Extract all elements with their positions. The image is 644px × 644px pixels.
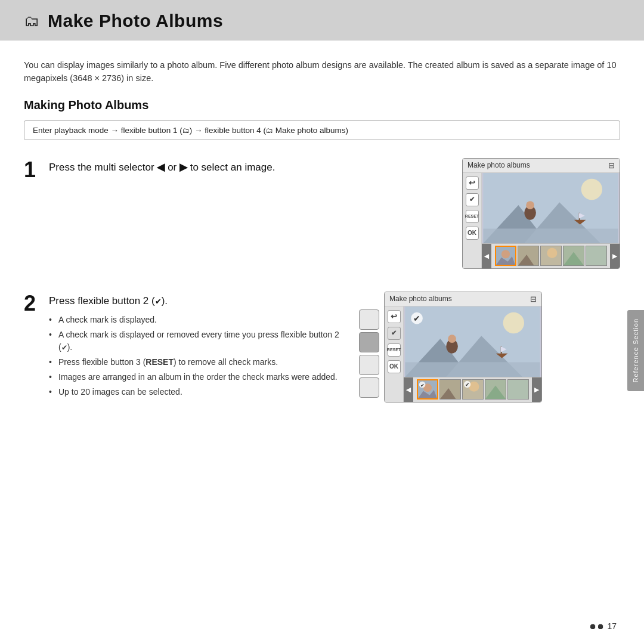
big-image-2: ✔ — [404, 306, 541, 377]
step-2-number: 2 — [24, 293, 49, 314]
screen-body-2: ↩ ✔ RESET OK — [385, 306, 541, 402]
flex-btn-4 — [359, 377, 379, 398]
step-1: 1 Press the multi selector ◀ or ▶ to sel… — [24, 158, 620, 269]
page-title: Make Photo Albums — [48, 11, 223, 31]
camera-screen-2: Make photo albums ⊟ ↩ ✔ RESET OK — [384, 292, 542, 402]
svg-point-1 — [581, 179, 602, 200]
step-2-image: Make photo albums ⊟ ↩ ✔ RESET OK — [359, 292, 542, 402]
page-header: 🗂 Make Photo Albums — [0, 0, 644, 41]
main-display-2: ✔ ◀ — [404, 306, 541, 402]
or-text: or — [168, 162, 177, 173]
breadcrumb-album-label: Make photo albums — [275, 126, 346, 135]
step-1-description: Press the multi selector ◀ or ▶ to selec… — [49, 160, 444, 175]
svg-text:✔: ✔ — [413, 314, 420, 323]
step-1-content: Press the multi selector ◀ or ▶ to selec… — [49, 158, 444, 175]
svg-text:✔: ✔ — [465, 382, 470, 388]
main-display-1: ◀ — [482, 173, 620, 268]
screen-body-1: ↩ ✔ RESET OK — [463, 173, 620, 268]
back-btn-2: ↩ — [388, 310, 401, 323]
screen-top-1: Make photo albums ⊟ — [463, 159, 620, 173]
svg-point-6 — [526, 201, 534, 209]
ok-btn-1: OK — [466, 227, 479, 240]
flex-btn-2 — [359, 332, 379, 352]
header-album-icon: 🗂 — [24, 12, 39, 30]
thumb-4 — [563, 246, 584, 266]
thumb2-5 — [507, 379, 529, 400]
page-number: ⏺⏺ 17 — [589, 621, 617, 631]
screen-icon-1: ⊟ — [608, 161, 615, 170]
main-content: You can display images similarly to a ph… — [0, 41, 644, 419]
svg-point-16 — [547, 248, 557, 258]
svg-rect-4 — [483, 228, 618, 243]
reset-btn-2: RESET — [388, 343, 401, 357]
page-number-value: 17 — [607, 621, 617, 631]
svg-text:✔: ✔ — [420, 383, 425, 388]
landscape-svg-1 — [482, 173, 620, 243]
bullet-1: A check mark is displayed. — [49, 314, 341, 326]
step2-image-area: Make photo albums ⊟ ↩ ✔ RESET OK — [359, 292, 542, 402]
camera-screen-1: Make photo albums ⊟ ↩ ✔ RESET OK — [462, 158, 620, 269]
step-1-image: Make photo albums ⊟ ↩ ✔ RESET OK — [462, 158, 620, 269]
bullet-2: A check mark is displayed or removed eve… — [49, 329, 341, 354]
intro-paragraph: You can display images similarly to a ph… — [24, 58, 620, 85]
flex-btn-1 — [359, 309, 379, 330]
arrow1: → — [111, 126, 119, 135]
flexible-btns-col — [359, 309, 379, 398]
step-1-number: 1 — [24, 159, 49, 181]
check-btn-1: ✔ — [466, 193, 479, 206]
bullet-3: Press flexible button 3 (RESET) to remov… — [49, 356, 341, 369]
svg-rect-24 — [405, 362, 540, 377]
svg-point-40 — [469, 382, 479, 392]
landscape-svg-2: ✔ — [404, 306, 541, 377]
check-btn-2: ✔ — [388, 327, 401, 340]
thumb-3 — [540, 246, 562, 266]
flex-btn-3 — [359, 355, 379, 375]
step-2-bullets: A check mark is displayed. A check mark … — [49, 314, 341, 398]
back-btn-1: ↩ — [466, 177, 479, 190]
page-number-icon: ⏺⏺ — [589, 622, 605, 631]
thumb2-3: ✔ — [462, 379, 484, 400]
sidebar-btns-1: ↩ ✔ RESET OK — [463, 173, 482, 268]
thumb2-4 — [485, 379, 506, 400]
svg-rect-19 — [586, 246, 606, 265]
breadcrumb-box: Enter playback mode → flexible button 1 … — [24, 120, 620, 140]
svg-point-11 — [501, 250, 510, 259]
thumbnails-2: ◀ ✔ — [404, 377, 541, 402]
bullet-5: Up to 20 images can be selected. — [49, 386, 341, 398]
thumb-5 — [586, 246, 607, 266]
thumbnails-1: ◀ — [482, 243, 620, 268]
reference-tab-label: Reference Section — [632, 318, 639, 383]
ok-btn-2: OK — [388, 360, 401, 373]
reset-btn-1: RESET — [466, 210, 479, 223]
thumb-2 — [518, 246, 539, 266]
svg-point-26 — [448, 335, 456, 343]
breadcrumb-text: Enter playback mode → flexible button 1 … — [33, 126, 348, 135]
svg-rect-45 — [508, 380, 528, 399]
steps-area: 1 Press the multi selector ◀ or ▶ to sel… — [24, 158, 620, 419]
screen-title-2: Make photo albums — [389, 295, 452, 303]
screen-icon-2: ⊟ — [530, 295, 537, 304]
step-2-description: Press flexible button 2 (✔). — [49, 294, 341, 309]
thumb2-2 — [439, 379, 461, 400]
big-image-1 — [482, 173, 620, 243]
bullet-4: Images are arranged in an album in the o… — [49, 371, 341, 383]
sidebar-btns-2: ↩ ✔ RESET OK — [385, 306, 404, 402]
step-2-content: Press flexible button 2 (✔). A check mar… — [49, 292, 341, 401]
svg-point-21 — [503, 312, 524, 333]
step-2: 2 Press flexible button 2 (✔). A check m… — [24, 292, 620, 402]
reference-tab: Reference Section — [627, 310, 644, 391]
thumb2-1: ✔ — [417, 379, 438, 400]
thumb-1 — [495, 246, 516, 266]
screen-title-1: Make photo albums — [467, 161, 530, 169]
section-title: Making Photo Albums — [24, 98, 620, 112]
screen-top-2: Make photo albums ⊟ — [385, 292, 541, 306]
